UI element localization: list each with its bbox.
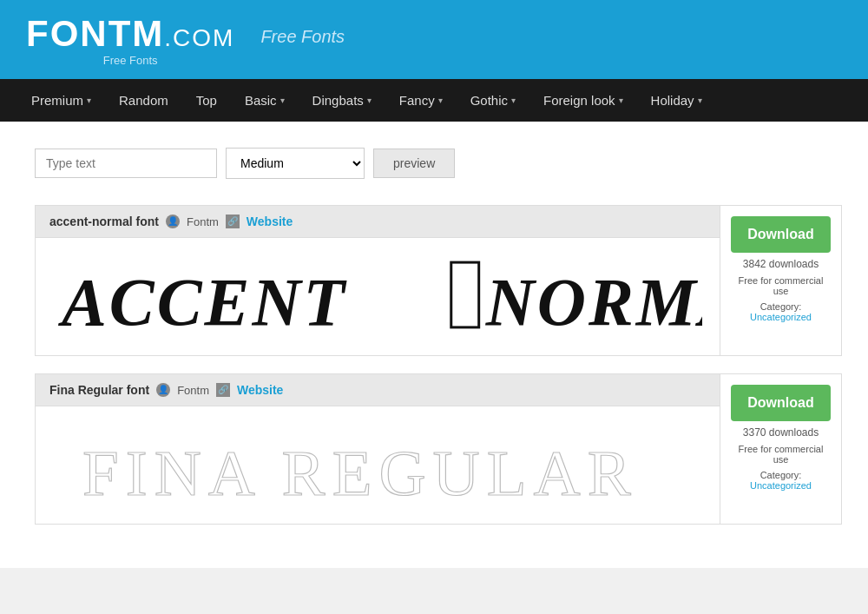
logo-area: FONTM.COM Free Fonts <box>26 16 234 67</box>
size-select[interactable]: SmallMediumLargeExtra Large <box>226 148 365 179</box>
font-name: accent-normal font <box>49 215 159 228</box>
chevron-down-icon: ▾ <box>87 96 91 105</box>
font-preview-image: ACCENT NORMAL <box>53 255 702 338</box>
user-icon: 👤 <box>166 215 180 228</box>
free-commercial-label: Free for commercial use <box>731 444 831 465</box>
category-link[interactable]: Uncategorized <box>750 312 812 322</box>
nav-basic[interactable]: Basic ▾ <box>231 79 299 122</box>
chevron-down-icon: ▾ <box>438 96 443 105</box>
font-card: Fina Regular font 👤 Fontm 🔗 Website FINA… <box>35 373 842 525</box>
category-label: Category: Uncategorized <box>731 301 831 322</box>
author-name: Fontm <box>187 215 219 228</box>
chevron-down-icon: ▾ <box>698 96 702 105</box>
logo-subtitle: Free Fonts <box>103 54 158 67</box>
nav-random[interactable]: Random <box>105 79 182 122</box>
logo: FONTM.COM <box>26 16 234 52</box>
font-card-header: accent-normal font 👤 Fontm 🔗 Website <box>36 206 720 238</box>
chevron-down-icon: ▾ <box>280 96 285 105</box>
site-header: FONTM.COM Free Fonts Free Fonts <box>0 0 868 79</box>
free-commercial-label: Free for commercial use <box>731 275 831 296</box>
font-card-main: Fina Regular font 👤 Fontm 🔗 Website FINA… <box>36 374 720 524</box>
chevron-down-icon: ▾ <box>619 96 623 105</box>
website-link[interactable]: Website <box>247 215 293 228</box>
font-preview-area: FINA REGULAR <box>36 406 720 524</box>
external-link-icon: 🔗 <box>226 215 240 228</box>
external-link-icon: 🔗 <box>216 383 230 397</box>
nav-gothic[interactable]: Gothic ▾ <box>457 79 529 122</box>
website-link[interactable]: Website <box>237 383 283 397</box>
category-link[interactable]: Uncategorized <box>750 480 812 491</box>
user-icon: 👤 <box>156 383 170 397</box>
author-name: Fontm <box>177 384 209 397</box>
font-name: Fina Regular font <box>49 383 149 397</box>
font-card-header: Fina Regular font 👤 Fontm 🔗 Website <box>36 374 720 406</box>
font-card-sidebar: Download 3842 downloads Free for commerc… <box>720 206 841 355</box>
nav-top[interactable]: Top <box>182 79 231 122</box>
text-preview-input[interactable] <box>35 149 217 178</box>
font-card: accent-normal font 👤 Fontm 🔗 Website ACC… <box>35 205 842 356</box>
chevron-down-icon: ▾ <box>511 96 516 105</box>
font-card-sidebar: Download 3370 downloads Free for commerc… <box>720 374 841 524</box>
chevron-down-icon: ▾ <box>367 96 372 105</box>
svg-rect-1 <box>451 262 479 327</box>
nav-holiday[interactable]: Holiday ▾ <box>637 79 716 122</box>
download-count: 3842 downloads <box>743 258 819 270</box>
download-button[interactable]: Download <box>731 385 831 421</box>
header-tagline: Free Fonts <box>260 27 345 47</box>
svg-text:ACCENT: ACCENT <box>57 265 348 338</box>
category-label: Category: Uncategorized <box>731 470 831 491</box>
font-preview-area: ACCENT NORMAL <box>36 238 720 355</box>
nav-dingbats[interactable]: Dingbats ▾ <box>299 79 385 122</box>
font-card-main: accent-normal font 👤 Fontm 🔗 Website ACC… <box>36 206 720 355</box>
preview-controls: SmallMediumLargeExtra Large preview <box>35 148 842 179</box>
preview-button[interactable]: preview <box>373 149 455 178</box>
download-button[interactable]: Download <box>731 216 831 253</box>
main-content: SmallMediumLargeExtra Large preview acce… <box>0 122 868 568</box>
nav-premium[interactable]: Premium ▾ <box>17 79 105 122</box>
svg-text:NORMAL: NORMAL <box>485 265 702 338</box>
main-nav: Premium ▾ Random Top Basic ▾ Dingbats ▾ … <box>0 79 868 122</box>
font-preview-image: FINA REGULAR <box>53 424 702 506</box>
svg-text:FINA REGULAR: FINA REGULAR <box>82 437 638 506</box>
nav-fancy[interactable]: Fancy ▾ <box>385 79 457 122</box>
download-count: 3370 downloads <box>743 426 819 439</box>
nav-foreign-look[interactable]: Foreign look ▾ <box>529 79 637 122</box>
